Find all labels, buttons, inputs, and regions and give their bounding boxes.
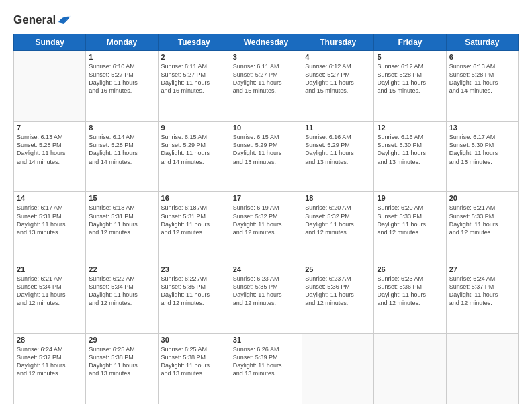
calendar-cell: [374, 333, 446, 404]
cell-info: Sunrise: 6:20 AMSunset: 5:32 PMDaylight:…: [305, 203, 371, 236]
calendar-week-row: 7Sunrise: 6:13 AMSunset: 5:28 PMDaylight…: [14, 122, 519, 192]
calendar-week-row: 14Sunrise: 6:17 AMSunset: 5:31 PMDayligh…: [14, 192, 519, 263]
day-number: 27: [449, 265, 515, 273]
calendar-cell: 24Sunrise: 6:23 AMSunset: 5:35 PMDayligh…: [230, 263, 302, 333]
calendar-cell: 29Sunrise: 6:25 AMSunset: 5:38 PMDayligh…: [86, 333, 158, 404]
calendar-cell: [14, 51, 86, 122]
calendar-cell: 25Sunrise: 6:23 AMSunset: 5:36 PMDayligh…: [302, 263, 374, 333]
day-number: 3: [233, 53, 299, 61]
calendar-body: 1Sunrise: 6:10 AMSunset: 5:27 PMDaylight…: [14, 51, 519, 404]
header: General: [13, 13, 519, 27]
calendar-header-row: SundayMondayTuesdayWednesdayThursdayFrid…: [14, 34, 519, 51]
day-number: 20: [449, 194, 515, 202]
cell-info: Sunrise: 6:18 AMSunset: 5:31 PMDaylight:…: [89, 203, 154, 236]
calendar-table: SundayMondayTuesdayWednesdayThursdayFrid…: [13, 34, 519, 404]
cell-info: Sunrise: 6:12 AMSunset: 5:27 PMDaylight:…: [305, 62, 371, 95]
calendar-cell: 26Sunrise: 6:23 AMSunset: 5:36 PMDayligh…: [374, 263, 446, 333]
calendar-week-row: 1Sunrise: 6:10 AMSunset: 5:27 PMDaylight…: [14, 51, 519, 122]
day-number: 7: [17, 124, 83, 132]
day-header-sunday: Sunday: [14, 34, 86, 51]
day-number: 30: [161, 336, 227, 344]
day-number: 23: [161, 265, 227, 273]
day-number: 22: [89, 265, 154, 273]
calendar-week-row: 21Sunrise: 6:21 AMSunset: 5:34 PMDayligh…: [14, 263, 519, 333]
cell-info: Sunrise: 6:11 AMSunset: 5:27 PMDaylight:…: [233, 62, 299, 95]
calendar-cell: 4Sunrise: 6:12 AMSunset: 5:27 PMDaylight…: [302, 51, 374, 122]
calendar-cell: 15Sunrise: 6:18 AMSunset: 5:31 PMDayligh…: [86, 192, 158, 263]
day-number: 11: [305, 124, 371, 132]
calendar-cell: [446, 333, 518, 404]
calendar-cell: 12Sunrise: 6:16 AMSunset: 5:30 PMDayligh…: [374, 122, 446, 192]
calendar-cell: 21Sunrise: 6:21 AMSunset: 5:34 PMDayligh…: [14, 263, 86, 333]
day-number: 13: [449, 124, 515, 132]
day-number: 19: [377, 194, 443, 202]
cell-info: Sunrise: 6:20 AMSunset: 5:33 PMDaylight:…: [377, 203, 443, 236]
calendar-cell: 8Sunrise: 6:14 AMSunset: 5:28 PMDaylight…: [86, 122, 158, 192]
day-number: 8: [89, 124, 154, 132]
day-number: 16: [161, 194, 227, 202]
day-number: 24: [233, 265, 299, 273]
day-number: 10: [233, 124, 299, 132]
cell-info: Sunrise: 6:16 AMSunset: 5:30 PMDaylight:…: [377, 133, 443, 166]
calendar-cell: 22Sunrise: 6:22 AMSunset: 5:34 PMDayligh…: [86, 263, 158, 333]
cell-info: Sunrise: 6:17 AMSunset: 5:31 PMDaylight:…: [17, 203, 83, 236]
day-number: 6: [449, 53, 515, 61]
calendar-cell: 6Sunrise: 6:13 AMSunset: 5:28 PMDaylight…: [446, 51, 518, 122]
cell-info: Sunrise: 6:25 AMSunset: 5:38 PMDaylight:…: [89, 345, 154, 378]
cell-info: Sunrise: 6:15 AMSunset: 5:29 PMDaylight:…: [233, 133, 299, 166]
calendar-cell: 27Sunrise: 6:24 AMSunset: 5:37 PMDayligh…: [446, 263, 518, 333]
cell-info: Sunrise: 6:14 AMSunset: 5:28 PMDaylight:…: [89, 133, 154, 166]
logo-general: General: [13, 13, 56, 27]
calendar-cell: 30Sunrise: 6:25 AMSunset: 5:38 PMDayligh…: [158, 333, 230, 404]
day-number: 9: [161, 124, 227, 132]
cell-info: Sunrise: 6:16 AMSunset: 5:29 PMDaylight:…: [305, 133, 371, 166]
day-header-wednesday: Wednesday: [230, 34, 302, 51]
cell-info: Sunrise: 6:18 AMSunset: 5:31 PMDaylight:…: [161, 203, 227, 236]
cell-info: Sunrise: 6:22 AMSunset: 5:34 PMDaylight:…: [89, 275, 154, 308]
cell-info: Sunrise: 6:22 AMSunset: 5:35 PMDaylight:…: [161, 275, 227, 308]
day-number: 14: [17, 194, 83, 202]
day-header-friday: Friday: [374, 34, 446, 51]
calendar-cell: 1Sunrise: 6:10 AMSunset: 5:27 PMDaylight…: [86, 51, 158, 122]
cell-info: Sunrise: 6:24 AMSunset: 5:37 PMDaylight:…: [17, 345, 83, 378]
calendar-cell: 11Sunrise: 6:16 AMSunset: 5:29 PMDayligh…: [302, 122, 374, 192]
calendar-cell: 18Sunrise: 6:20 AMSunset: 5:32 PMDayligh…: [302, 192, 374, 263]
logo: General: [13, 13, 72, 27]
cell-info: Sunrise: 6:12 AMSunset: 5:28 PMDaylight:…: [377, 62, 443, 95]
day-header-thursday: Thursday: [302, 34, 374, 51]
calendar-week-row: 28Sunrise: 6:24 AMSunset: 5:37 PMDayligh…: [14, 333, 519, 404]
day-number: 17: [233, 194, 299, 202]
calendar-cell: 2Sunrise: 6:11 AMSunset: 5:27 PMDaylight…: [158, 51, 230, 122]
calendar-cell: 31Sunrise: 6:26 AMSunset: 5:39 PMDayligh…: [230, 333, 302, 404]
day-number: 2: [161, 53, 227, 61]
day-header-saturday: Saturday: [446, 34, 518, 51]
cell-info: Sunrise: 6:24 AMSunset: 5:37 PMDaylight:…: [449, 275, 515, 308]
cell-info: Sunrise: 6:13 AMSunset: 5:28 PMDaylight:…: [17, 133, 83, 166]
calendar-cell: 7Sunrise: 6:13 AMSunset: 5:28 PMDaylight…: [14, 122, 86, 192]
cell-info: Sunrise: 6:11 AMSunset: 5:27 PMDaylight:…: [161, 62, 227, 95]
calendar-cell: 14Sunrise: 6:17 AMSunset: 5:31 PMDayligh…: [14, 192, 86, 263]
calendar-cell: 13Sunrise: 6:17 AMSunset: 5:30 PMDayligh…: [446, 122, 518, 192]
calendar-cell: 5Sunrise: 6:12 AMSunset: 5:28 PMDaylight…: [374, 51, 446, 122]
day-number: 5: [377, 53, 443, 61]
day-header-tuesday: Tuesday: [158, 34, 230, 51]
day-number: 25: [305, 265, 371, 273]
day-number: 29: [89, 336, 154, 344]
day-header-monday: Monday: [86, 34, 158, 51]
cell-info: Sunrise: 6:19 AMSunset: 5:32 PMDaylight:…: [233, 203, 299, 236]
calendar-cell: 20Sunrise: 6:21 AMSunset: 5:33 PMDayligh…: [446, 192, 518, 263]
cell-info: Sunrise: 6:23 AMSunset: 5:36 PMDaylight:…: [377, 275, 443, 308]
calendar-cell: [302, 333, 374, 404]
cell-info: Sunrise: 6:10 AMSunset: 5:27 PMDaylight:…: [89, 62, 154, 95]
cell-info: Sunrise: 6:15 AMSunset: 5:29 PMDaylight:…: [161, 133, 227, 166]
day-number: 4: [305, 53, 371, 61]
cell-info: Sunrise: 6:21 AMSunset: 5:33 PMDaylight:…: [449, 203, 515, 236]
day-number: 28: [17, 336, 83, 344]
calendar-cell: 10Sunrise: 6:15 AMSunset: 5:29 PMDayligh…: [230, 122, 302, 192]
day-number: 15: [89, 194, 154, 202]
day-number: 1: [89, 53, 154, 61]
cell-info: Sunrise: 6:13 AMSunset: 5:28 PMDaylight:…: [449, 62, 515, 95]
day-number: 12: [377, 124, 443, 132]
cell-info: Sunrise: 6:21 AMSunset: 5:34 PMDaylight:…: [17, 275, 83, 308]
calendar-cell: 28Sunrise: 6:24 AMSunset: 5:37 PMDayligh…: [14, 333, 86, 404]
